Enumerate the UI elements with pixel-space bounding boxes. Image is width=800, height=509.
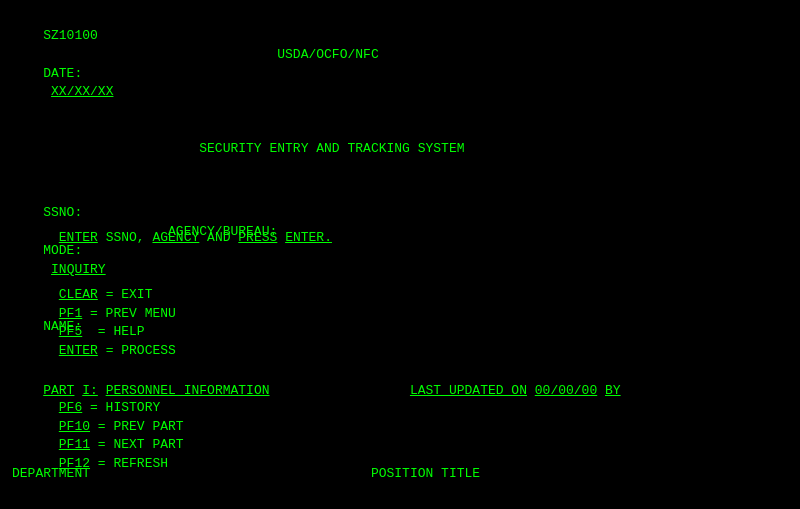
bottom-section: ENTER SSNO, AGENCY AND PRESS ENTER. CLEA… <box>12 210 788 493</box>
subtitle: SECURITY ENTRY AND TRACKING SYSTEM <box>43 141 464 156</box>
pf10-key[interactable]: PF10 <box>59 419 90 434</box>
date-label: DATE: <box>43 66 82 81</box>
date-value: XX/XX/XX <box>51 84 113 99</box>
header-row2: SECURITY ENTRY AND TRACKING SYSTEM <box>12 121 788 178</box>
header-org: USDA/OCFO/NFC <box>43 47 613 62</box>
header-row1: SZ10100 USDA/OCFO/NFC DATE: XX/XX/XX <box>12 8 788 121</box>
pf12-key[interactable]: PF12 <box>59 456 90 471</box>
main-screen: SZ10100 USDA/OCFO/NFC DATE: XX/XX/XX SEC… <box>12 8 788 501</box>
enter-key[interactable]: ENTER <box>59 343 98 358</box>
pf6-key[interactable]: PF6 <box>59 400 82 415</box>
pf1-key[interactable]: PF1 <box>59 306 82 321</box>
pf11-key[interactable]: PF11 <box>59 437 90 452</box>
clear-key[interactable]: CLEAR <box>59 287 98 302</box>
enter-instruction: ENTER SSNO, AGENCY AND PRESS ENTER. <box>12 210 788 267</box>
system-id: SZ10100 <box>43 28 98 43</box>
pf5-key[interactable]: PF5 <box>59 324 82 339</box>
shortcut-row1: CLEAR = EXIT PF1 = PREV MENU PF5 = HELP … <box>12 267 788 380</box>
shortcut-row2: PF6 = HISTORY PF10 = PREV PART PF11 = NE… <box>12 380 788 493</box>
